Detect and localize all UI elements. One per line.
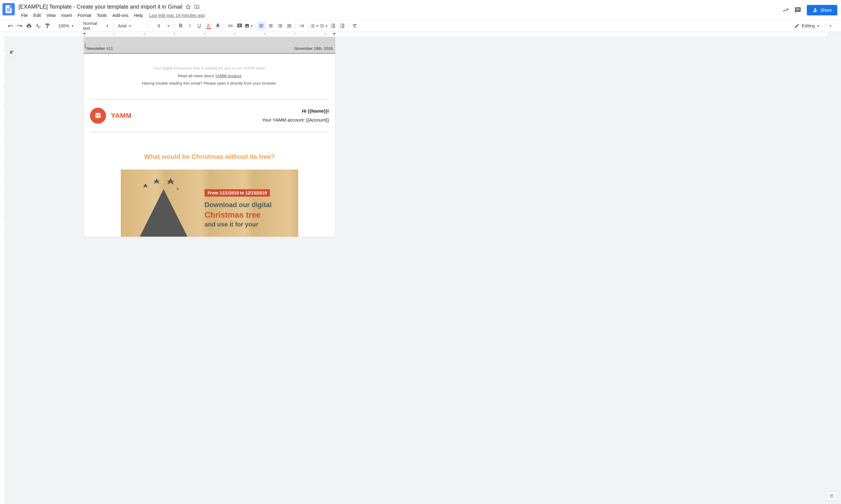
menu-help[interactable]: Help — [132, 12, 145, 19]
toolbar: 100%▼ Normal text▼ Arial▼ 9▼ B I U A ▼ ▼… — [0, 20, 841, 32]
share-button[interactable]: Share — [807, 5, 837, 15]
menu-edit[interactable]: Edit — [31, 12, 44, 19]
last-edit-link[interactable]: Last edit was 14 minutes ago — [149, 12, 205, 19]
align-right-button[interactable] — [276, 21, 284, 30]
font-select[interactable]: Arial▼ — [116, 21, 146, 30]
italic-button[interactable]: I — [186, 21, 194, 30]
editing-mode-select[interactable]: Editing▼ — [792, 21, 822, 30]
numbered-list-button[interactable]: ▼ — [310, 21, 319, 30]
indent-button[interactable] — [338, 21, 347, 30]
align-left-button[interactable] — [257, 21, 266, 30]
line-spacing-button[interactable] — [297, 21, 306, 30]
document-title[interactable]: [EXAMPLE] Template - Create your templat… — [18, 4, 182, 10]
align-center-button[interactable] — [267, 21, 275, 30]
text-color-button[interactable]: A — [204, 21, 213, 30]
docs-logo[interactable] — [2, 3, 15, 15]
link-button[interactable] — [226, 21, 235, 30]
menu-insert[interactable]: Insert — [59, 12, 74, 19]
fontsize-select[interactable]: 9▼ — [150, 21, 172, 30]
menu-file[interactable]: File — [18, 12, 31, 19]
style-select[interactable]: Normal text▼ — [81, 21, 111, 30]
menu-bar: File Edit View Insert Format Tools Add-o… — [18, 12, 782, 19]
align-justify-button[interactable] — [285, 21, 294, 30]
app-header: [EXAMPLE] Template - Create your templat… — [0, 0, 841, 20]
image-button[interactable]: ▼ — [245, 21, 253, 30]
share-label: Share — [820, 8, 832, 13]
star-icon[interactable] — [186, 4, 191, 10]
menu-addons[interactable]: Add-ons — [110, 12, 131, 19]
bold-button[interactable]: B — [176, 21, 185, 30]
underline-button[interactable]: U — [195, 21, 204, 30]
print-button[interactable] — [24, 21, 33, 30]
move-icon[interactable] — [194, 4, 200, 10]
collapse-toolbar-button[interactable] — [826, 21, 835, 30]
spellcheck-button[interactable] — [34, 21, 42, 30]
comment-button[interactable] — [235, 21, 244, 30]
comments-icon[interactable] — [794, 7, 801, 14]
paint-format-button[interactable] — [43, 21, 52, 30]
highlight-button[interactable] — [213, 21, 222, 30]
outdent-button[interactable] — [329, 21, 337, 30]
redo-button[interactable] — [15, 21, 24, 30]
clear-format-button[interactable] — [350, 21, 359, 30]
undo-button[interactable] — [6, 21, 15, 30]
svg-marker-0 — [186, 5, 190, 9]
zoom-select[interactable]: 100%▼ — [56, 21, 77, 30]
menu-tools[interactable]: Tools — [94, 12, 109, 19]
menu-view[interactable]: View — [44, 12, 58, 19]
menu-format[interactable]: Format — [75, 12, 93, 19]
bulleted-list-button[interactable]: ▼ — [320, 21, 328, 30]
activity-icon[interactable] — [782, 7, 789, 14]
